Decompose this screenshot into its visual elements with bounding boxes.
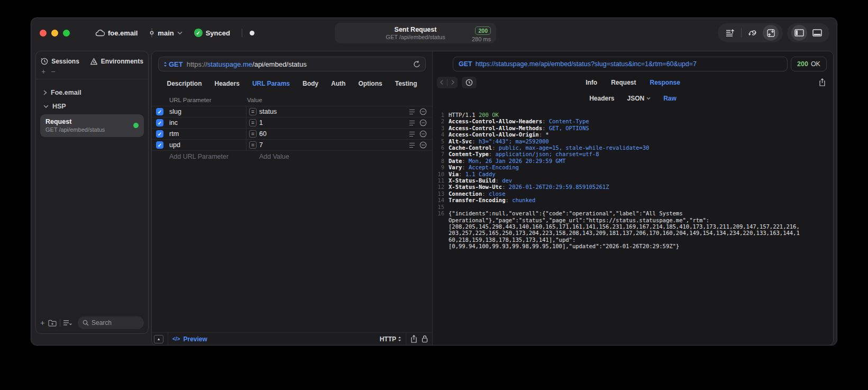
remove-param-icon[interactable] <box>419 141 427 149</box>
subtab-raw[interactable]: Raw <box>663 95 677 102</box>
line-number: 14 <box>433 197 449 203</box>
subtab-format-select[interactable]: JSON <box>627 95 651 102</box>
param-name[interactable]: slug <box>163 106 246 117</box>
minimize-window-button[interactable] <box>51 30 58 37</box>
reorder-handle-icon[interactable] <box>409 120 415 126</box>
param-value[interactable]: 7 <box>259 141 263 149</box>
request-summary-pill[interactable]: Sent Request GET /api/embed/status 200 2… <box>335 23 496 43</box>
panel-left-icon <box>794 29 804 37</box>
merge-button[interactable] <box>745 25 761 41</box>
panel-bottom-icon <box>812 29 822 37</box>
param-value[interactable]: status <box>259 108 277 115</box>
tab-sessions-label: Sessions <box>51 58 79 65</box>
remove-param-icon[interactable] <box>419 130 427 138</box>
param-enabled-checkbox[interactable]: ✓ <box>156 108 163 115</box>
tab-sessions[interactable]: Sessions <box>41 58 79 65</box>
environments-icon <box>90 58 98 65</box>
request-list-button[interactable] <box>722 25 738 41</box>
tab-testing[interactable]: Testing <box>395 80 417 87</box>
cloud-icon <box>95 29 105 37</box>
line-text: {"incidents":null,"overall":{"code":"ope… <box>449 210 800 249</box>
branch-menu[interactable]: main <box>149 29 182 37</box>
zoom-window-button[interactable] <box>63 30 70 37</box>
code-line: 9Vary: Accept-Encoding <box>433 164 833 170</box>
reorder-handle-icon[interactable] <box>409 142 415 148</box>
column-url-parameter: URL Parameter <box>152 97 235 103</box>
tab-info[interactable]: Info <box>586 79 597 86</box>
titlebar: foe.email main ✓ Synced Sent Request GET… <box>31 18 837 48</box>
transfer-button[interactable] <box>763 25 779 41</box>
subtab-headers[interactable]: Headers <box>589 95 614 102</box>
method-select[interactable]: GET <box>163 60 183 68</box>
chevron-down-icon <box>177 31 182 35</box>
remove-param-icon[interactable] <box>419 119 427 126</box>
add-param-row[interactable]: Add URL Parameter Add Value <box>152 151 432 162</box>
reorder-handle-icon[interactable] <box>409 131 415 137</box>
tab-request[interactable]: Request <box>611 79 636 86</box>
toggle-bottom-panel-button[interactable] <box>809 25 825 41</box>
tab-options[interactable]: Options <box>358 80 382 87</box>
param-value-cell[interactable]: =1 <box>246 119 409 126</box>
new-folder-button[interactable] <box>48 318 57 328</box>
line-text: Connection: close <box>449 191 505 197</box>
search-input[interactable] <box>92 319 139 326</box>
tab-response[interactable]: Response <box>650 79 680 86</box>
param-name[interactable]: rtm <box>163 129 246 139</box>
line-number: 2 <box>433 118 449 124</box>
tab-headers[interactable]: Headers <box>215 80 240 87</box>
response-body[interactable]: 1HTTP/1.1 200 OK2Access-Control-Allow-He… <box>433 107 833 345</box>
request-footer: ▲ </> Preview HTTP <box>152 332 432 345</box>
param-value-cell[interactable]: =60 <box>246 130 409 138</box>
equals-badge: = <box>249 130 257 138</box>
param-enabled-checkbox[interactable]: ✓ <box>156 141 163 149</box>
column-value: Value <box>235 97 262 103</box>
code-line: 5Alt-Svc: h3=":443"; ma=2592000 <box>433 138 833 144</box>
param-enabled-checkbox[interactable]: ✓ <box>156 130 163 138</box>
resend-request-icon[interactable] <box>413 60 421 68</box>
tab-auth[interactable]: Auth <box>331 80 345 87</box>
subtab-headers-label: Headers <box>589 95 614 102</box>
sidebar-search[interactable] <box>78 316 144 329</box>
remove-param-icon[interactable] <box>419 108 427 115</box>
new-request-button[interactable]: + <box>40 318 45 328</box>
collapse-panel-button[interactable]: ▲ <box>154 335 163 343</box>
lock-icon[interactable] <box>422 335 428 343</box>
code-line: 6Cache-Control: public, max-age=15, stal… <box>433 144 833 151</box>
tree-item-foe-email[interactable]: Foe.email <box>40 86 144 99</box>
tab-description[interactable]: Description <box>167 80 202 87</box>
add-param-value-placeholder[interactable]: Add Value <box>246 153 289 160</box>
param-value-cell[interactable]: =status <box>246 108 409 115</box>
reorder-handle-icon[interactable] <box>409 109 415 115</box>
param-name[interactable]: inc <box>163 117 246 128</box>
add-param-name-placeholder[interactable]: Add URL Parameter <box>152 153 246 160</box>
response-status-text: OK <box>811 60 820 68</box>
remove-session-button[interactable]: − <box>51 67 55 76</box>
code-line: 11X-Status-Build: dev <box>433 177 833 184</box>
toggle-sidebar-button[interactable] <box>791 25 807 41</box>
close-window-button[interactable] <box>40 30 47 37</box>
tab-body[interactable]: Body <box>303 80 318 87</box>
param-value[interactable]: 1 <box>259 119 263 126</box>
preview-button[interactable]: </> Preview <box>172 335 207 343</box>
protocol-select[interactable]: HTTP <box>380 335 401 343</box>
request-summary-path: GET /api/embed/status <box>386 34 445 40</box>
project-menu[interactable]: foe.email <box>95 29 138 37</box>
line-number: 1 <box>433 112 449 118</box>
line-number: 6 <box>433 144 449 151</box>
param-enabled-checkbox[interactable]: ✓ <box>156 119 163 126</box>
tree-item-hsp[interactable]: HSP <box>40 99 144 113</box>
unsaved-dot-indicator <box>250 31 254 35</box>
sent-request-url[interactable]: GET https://statuspage.me/api/embed/stat… <box>453 57 788 71</box>
add-session-button[interactable]: + <box>41 67 45 76</box>
tab-url-params[interactable]: URL Params <box>252 80 290 87</box>
sync-status[interactable]: ✓ Synced <box>194 29 230 37</box>
request-list-item-selected[interactable]: Request GET /api/embed/status <box>40 114 144 137</box>
share-button[interactable] <box>410 335 417 343</box>
tab-environments[interactable]: Environments <box>90 58 143 65</box>
param-value[interactable]: 60 <box>259 130 267 138</box>
param-value-cell[interactable]: =7 <box>246 141 409 149</box>
view-options-button[interactable] <box>63 318 72 328</box>
param-name[interactable]: upd <box>163 140 246 150</box>
request-url-bar[interactable]: GET https://statuspage.me/api/embed/stat… <box>158 57 426 71</box>
line-text: Date: Mon, 26 Jan 2026 20:29:59 GMT <box>449 158 565 164</box>
